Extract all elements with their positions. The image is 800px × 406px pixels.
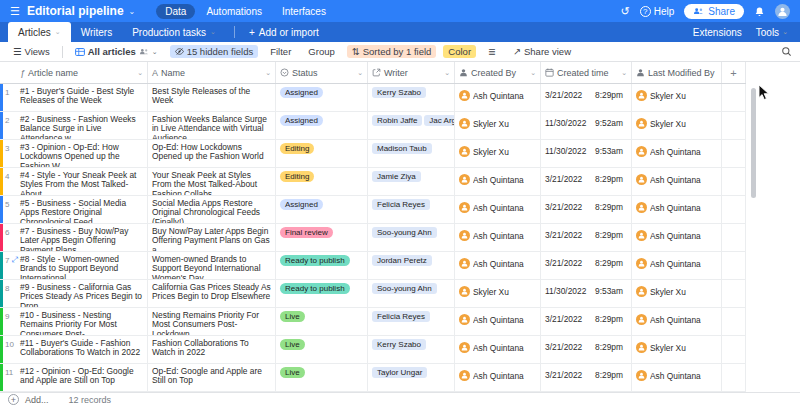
- row-height-button[interactable]: ≣: [483, 45, 501, 58]
- last-modified-by-cell[interactable]: Ash Quintana: [632, 224, 722, 251]
- writer-cell[interactable]: Madison Taub: [368, 140, 455, 167]
- last-modified-by-cell[interactable]: Ash Quintana: [632, 364, 722, 391]
- created-time-cell[interactable]: 3/21/20228:29pm: [541, 252, 632, 279]
- created-by-cell[interactable]: Skyler Xu: [455, 112, 541, 139]
- created-time-cell[interactable]: 3/21/20228:29pm: [541, 84, 632, 111]
- views-button[interactable]: ☰ Views: [8, 45, 55, 58]
- created-by-cell[interactable]: Skyler Xu: [455, 140, 541, 167]
- table-row[interactable]: 5#5 - Business - Social Media Apps Resto…: [0, 196, 746, 224]
- chevron-down-icon[interactable]: ⌄: [129, 7, 136, 16]
- table-row[interactable]: 9#10 - Business - Nesting Remains Priori…: [0, 308, 746, 336]
- created-by-cell[interactable]: Ash Quintana: [455, 336, 541, 363]
- filter-button[interactable]: Filter: [265, 45, 296, 58]
- article-name-cell[interactable]: #12 - Opinion - Op-Ed: Google and Apple …: [16, 364, 148, 391]
- status-cell[interactable]: Live: [276, 308, 368, 335]
- created-time-cell[interactable]: 3/21/20228:29pm: [541, 196, 632, 223]
- created-by-cell[interactable]: Ash Quintana: [455, 224, 541, 251]
- created-time-cell[interactable]: 3/21/20228:29pm: [541, 364, 632, 391]
- status-cell[interactable]: Ready to publish: [276, 280, 368, 307]
- column-header-status[interactable]: Status ⌄: [276, 62, 368, 83]
- last-modified-by-cell[interactable]: Skyler Xu: [632, 84, 722, 111]
- created-by-cell[interactable]: Ash Quintana: [455, 252, 541, 279]
- created-time-cell[interactable]: 11/30/20229:52am: [541, 112, 632, 139]
- status-cell[interactable]: Assigned: [276, 84, 368, 111]
- view-switcher[interactable]: All articles ⌄: [70, 45, 163, 58]
- color-button[interactable]: Color: [443, 45, 476, 58]
- table-row[interactable]: 7⤢#8 - Style - Women-owned Brands to Sup…: [0, 252, 746, 280]
- add-record-button[interactable]: +: [8, 394, 19, 405]
- name-cell[interactable]: Women-owned Brands to Support Beyond Int…: [148, 252, 276, 279]
- status-cell[interactable]: Assigned: [276, 112, 368, 139]
- last-modified-by-cell[interactable]: Ash Quintana: [632, 140, 722, 167]
- column-header-name[interactable]: A Name ⌄: [148, 62, 276, 83]
- created-by-cell[interactable]: Ash Quintana: [455, 364, 541, 391]
- row-number-cell[interactable]: 5: [0, 196, 16, 223]
- table-row[interactable]: 2#2 - Business - Fashion Weeks Balance S…: [0, 112, 746, 140]
- name-cell[interactable]: Op-Ed: How Lockdowns Opened up the Fashi…: [148, 140, 276, 167]
- status-cell[interactable]: Ready to publish: [276, 252, 368, 279]
- article-name-cell[interactable]: #11 - Buyer's Guide - Fashion Collaborat…: [16, 336, 148, 363]
- base-title[interactable]: Editorial pipeline: [27, 4, 124, 18]
- name-cell[interactable]: Best Style Releases of the Week: [148, 84, 276, 111]
- vertical-scrollbar[interactable]: [751, 88, 756, 198]
- writer-cell[interactable]: Jordan Peretz: [368, 252, 455, 279]
- writer-cell[interactable]: Taylor Ungar: [368, 364, 455, 391]
- writer-cell[interactable]: Felicia Reyes: [368, 196, 455, 223]
- add-or-import-button[interactable]: + Add or import: [243, 22, 325, 42]
- table-row[interactable]: 3#3 - Opinion - Op-Ed: How Lockdowns Ope…: [0, 140, 746, 168]
- last-modified-by-cell[interactable]: Skyler Xu: [632, 336, 722, 363]
- add-field-button[interactable]: +: [722, 62, 746, 83]
- row-number-cell[interactable]: 7⤢: [0, 252, 16, 279]
- created-time-cell[interactable]: 3/21/20228:29pm: [541, 336, 632, 363]
- search-icon[interactable]: [781, 46, 792, 57]
- column-header-article-name[interactable]: ƒ Article name ⌄: [16, 62, 148, 83]
- status-cell[interactable]: Live: [276, 364, 368, 391]
- help-button[interactable]: ? Help: [640, 6, 675, 17]
- status-cell[interactable]: Live: [276, 336, 368, 363]
- status-cell[interactable]: Assigned: [276, 196, 368, 223]
- writer-cell[interactable]: Kerry Szabo: [368, 336, 455, 363]
- row-number-cell[interactable]: 2: [0, 112, 16, 139]
- row-number-cell[interactable]: 11: [0, 364, 16, 391]
- created-by-cell[interactable]: Ash Quintana: [455, 196, 541, 223]
- article-name-cell[interactable]: #4 - Style - Your Sneak Peek at Styles F…: [16, 168, 148, 195]
- article-name-cell[interactable]: #1 - Buyer's Guide - Best Style Releases…: [16, 84, 148, 111]
- last-modified-by-cell[interactable]: Ash Quintana: [632, 196, 722, 223]
- writer-cell[interactable]: Jamie Ziya: [368, 168, 455, 195]
- row-number-cell[interactable]: 9: [0, 308, 16, 335]
- tab-automations[interactable]: Automations: [197, 4, 271, 19]
- app-menu-icon[interactable]: ☰: [10, 6, 20, 17]
- table-row[interactable]: 10#11 - Buyer's Guide - Fashion Collabor…: [0, 336, 746, 364]
- created-time-cell[interactable]: 11/30/20229:53am: [541, 280, 632, 307]
- writer-cell[interactable]: Soo-young Ahn: [368, 224, 455, 251]
- hidden-fields-button[interactable]: 15 hidden fields: [170, 45, 259, 58]
- column-header-last-modified-by[interactable]: Last Modified By: [632, 62, 722, 83]
- article-name-cell[interactable]: #9 - Business - California Gas Prices St…: [16, 280, 148, 307]
- name-cell[interactable]: Your Sneak Peek at Styles From the Most …: [148, 168, 276, 195]
- writer-cell[interactable]: Robin JaffeJac Argent: [368, 112, 455, 139]
- last-modified-by-cell[interactable]: Skyler Xu: [632, 112, 722, 139]
- status-cell[interactable]: Editing: [276, 140, 368, 167]
- row-number-cell[interactable]: 8: [0, 280, 16, 307]
- column-header-created-time[interactable]: Created time ⌄: [541, 62, 632, 83]
- tools-button[interactable]: Tools ⌄: [756, 27, 788, 38]
- table-row[interactable]: 11#12 - Opinion - Op-Ed: Google and Appl…: [0, 364, 746, 392]
- writer-cell[interactable]: Felicia Reyes: [368, 308, 455, 335]
- name-cell[interactable]: Buy Now/Pay Later Apps Begin Offering Pa…: [148, 224, 276, 251]
- table-row[interactable]: 1#1 - Buyer's Guide - Best Style Release…: [0, 84, 746, 112]
- name-cell[interactable]: California Gas Prices Steady As Prices B…: [148, 280, 276, 307]
- article-name-cell[interactable]: #3 - Opinion - Op-Ed: How Lockdowns Open…: [16, 140, 148, 167]
- article-name-cell[interactable]: #8 - Style - Women-owned Brands to Suppo…: [16, 252, 148, 279]
- article-name-cell[interactable]: #10 - Business - Nesting Remains Priorit…: [16, 308, 148, 335]
- row-number-cell[interactable]: 1: [0, 84, 16, 111]
- row-number-cell[interactable]: 3: [0, 140, 16, 167]
- tab-data[interactable]: Data: [156, 4, 195, 19]
- last-modified-by-cell[interactable]: Ash Quintana: [632, 168, 722, 195]
- created-by-cell[interactable]: Ash Quintana: [455, 308, 541, 335]
- table-row[interactable]: 6#7 - Business - Buy Now/Pay Later Apps …: [0, 224, 746, 252]
- last-modified-by-cell[interactable]: Ash Quintana: [632, 252, 722, 279]
- created-by-cell[interactable]: Ash Quintana: [455, 84, 541, 111]
- name-cell[interactable]: Op-Ed: Google and Apple are Still on Top: [148, 364, 276, 391]
- name-cell[interactable]: Social Media Apps Restore Original Chron…: [148, 196, 276, 223]
- article-name-cell[interactable]: #2 - Business - Fashion Weeks Balance Su…: [16, 112, 148, 139]
